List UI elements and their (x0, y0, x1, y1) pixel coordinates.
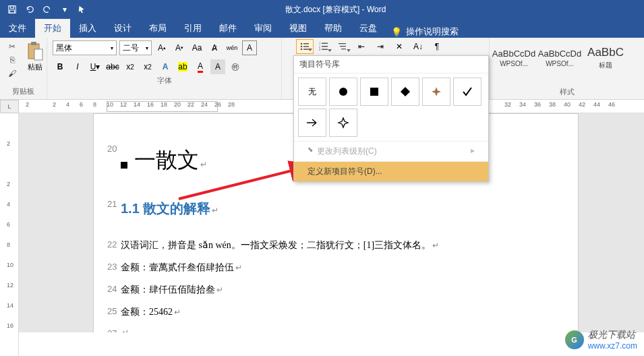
bullet-square[interactable] (360, 78, 388, 106)
watermark: G 极光下载站 www.xz7.com (565, 329, 637, 351)
line-24[interactable]: 24金额：肆仟伍佰陆拾叁↵ (121, 281, 537, 298)
char-border-icon[interactable]: A (242, 40, 257, 55)
text-effect-icon[interactable]: A (158, 59, 173, 74)
font-name-combo[interactable]: 黑体▾ (53, 40, 117, 55)
qat-customize-icon[interactable]: ▾ (57, 1, 73, 18)
para-mark-icon: ↵ (122, 328, 129, 332)
lightbulb-icon: 💡 (391, 27, 402, 37)
tab-file[interactable]: 文件 (0, 19, 35, 38)
ruler-tick: 8 (93, 101, 96, 108)
subscript-icon[interactable]: x2 (123, 59, 138, 74)
bold-icon[interactable]: B (53, 59, 67, 74)
svg-point-6 (301, 43, 303, 45)
ruler-tick: 24 (201, 101, 208, 108)
line-number: 24 (107, 281, 117, 297)
undo-icon[interactable] (22, 1, 38, 18)
ruler-tick: 6 (80, 101, 83, 108)
numbering-button[interactable]: 123 (315, 39, 332, 54)
increase-indent-icon[interactable]: ⇥ (372, 39, 389, 54)
paste-button[interactable]: 粘贴 (22, 39, 49, 86)
tab-layout[interactable]: 布局 (140, 19, 175, 38)
line-27[interactable]: 27↵ (121, 326, 537, 332)
asian-layout-icon[interactable]: ✕ (390, 39, 408, 54)
line-21[interactable]: 211.1 散文的解释↵ (121, 196, 537, 220)
ruler-tick: 32 (504, 101, 511, 108)
increase-font-icon[interactable]: A▴ (154, 40, 169, 55)
ruler-tick: 18 (160, 101, 167, 108)
multilevel-list-button[interactable] (334, 39, 351, 54)
bullet-none[interactable]: 无 (298, 78, 326, 106)
ruler-tick: 34 (519, 101, 526, 108)
tab-review[interactable]: 审阅 (245, 19, 281, 38)
vertical-ruler[interactable]: 2246810121416 (0, 113, 19, 356)
bullet-diamond[interactable] (391, 78, 419, 106)
svg-rect-23 (401, 87, 410, 96)
tab-references[interactable]: 引用 (175, 19, 210, 38)
clear-format-icon[interactable]: A̷ (207, 40, 222, 55)
cut-icon[interactable]: ✂ (5, 40, 19, 53)
italic-icon[interactable]: I (70, 59, 85, 74)
bullet-disc[interactable] (329, 78, 357, 106)
bullet-star[interactable] (329, 109, 357, 137)
superscript-icon[interactable]: x2 (140, 59, 155, 74)
touch-mode-icon[interactable] (74, 1, 90, 18)
line-25[interactable]: 25金额：25462↵ (121, 303, 537, 320)
style-preview: AaBbCcDd (538, 49, 581, 59)
ruler-tick: 44 (593, 101, 600, 108)
highlight-icon[interactable]: ab (175, 59, 190, 74)
body-text: 汉语词汇，拼音是 sǎn wén。一指文采焕发；二指犹行文；[1]三指文体名。 (121, 240, 431, 250)
change-case-icon[interactable]: Aa (189, 40, 204, 55)
ruler-tick: 2 (26, 101, 29, 108)
ruler-corner[interactable]: L (0, 100, 19, 113)
define-new-bullet[interactable]: 定义新项目符号(D)... (294, 161, 488, 181)
enclose-char-icon[interactable]: ㊕ (228, 59, 243, 74)
heading-1: 一散文 (134, 148, 199, 172)
style-name: WPSOf... (500, 60, 528, 67)
tab-help[interactable]: 帮助 (316, 19, 351, 38)
svg-rect-4 (31, 42, 36, 45)
strike-icon[interactable]: abc (105, 59, 120, 74)
copy-icon[interactable]: ⎘ (5, 54, 19, 66)
svg-point-8 (301, 46, 303, 48)
sort-icon[interactable]: A↓ (409, 39, 427, 54)
clipboard-group-label: 剪贴板 (4, 86, 42, 98)
format-painter-icon[interactable]: 🖌 (5, 67, 19, 80)
decrease-font-icon[interactable]: A▾ (172, 40, 187, 55)
title-bar: ▾ 散文.docx [兼容模式] - Word (0, 0, 644, 19)
bullet-arrow[interactable] (298, 109, 326, 137)
line-number: 23 (107, 259, 117, 274)
redo-icon[interactable] (39, 1, 55, 18)
bullets-button[interactable] (296, 39, 314, 54)
tab-cloud[interactable]: 云盘 (351, 19, 386, 38)
para-mark-icon: ↵ (174, 307, 181, 317)
tab-mailings[interactable]: 邮件 (210, 19, 245, 38)
tab-view[interactable]: 视图 (281, 19, 316, 38)
tab-home[interactable]: 开始 (35, 19, 70, 38)
style-item-2[interactable]: AaBbCcDd WPSOf... (538, 39, 581, 77)
style-preview: AaBbC (587, 46, 624, 59)
save-icon[interactable] (4, 1, 20, 18)
para-mark-icon: ↵ (216, 285, 223, 295)
underline-icon[interactable]: U ▾ (88, 59, 103, 74)
font-size-combo[interactable]: 二号▾ (119, 40, 152, 55)
ruler-tick: 16 (147, 101, 154, 108)
line-number: 20 (107, 141, 117, 156)
tab-design[interactable]: 设计 (105, 19, 140, 38)
style-item-1[interactable]: AaBbCcDd WPSOf... (492, 39, 535, 77)
paste-label: 粘贴 (28, 62, 42, 72)
char-shading-icon[interactable]: A (210, 59, 225, 74)
font-color-icon[interactable]: A (193, 59, 208, 74)
bullet-4diamond[interactable] (422, 78, 450, 106)
bullet-check[interactable] (453, 78, 481, 106)
tell-me-search[interactable]: 💡 操作说明搜索 (391, 26, 459, 38)
styles-group-label: 样式 (492, 87, 641, 98)
ruler-tick: 4 (66, 101, 69, 108)
line-23[interactable]: 23金额：壹萬贰仟叁佰肆拾伍↵ (121, 259, 537, 276)
tab-insert[interactable]: 插入 (70, 19, 105, 38)
line-22[interactable]: 22汉语词汇，拼音是 sǎn wén。一指文采焕发；二指犹行文；[1]三指文体名… (121, 237, 537, 254)
phonetic-guide-icon[interactable]: wén (225, 40, 239, 55)
style-item-3[interactable]: AaBbC 标题 (584, 39, 627, 77)
ruler-tick: 12 (120, 101, 127, 108)
show-marks-icon[interactable]: ¶ (428, 39, 446, 54)
decrease-indent-icon[interactable]: ⇤ (353, 39, 370, 54)
